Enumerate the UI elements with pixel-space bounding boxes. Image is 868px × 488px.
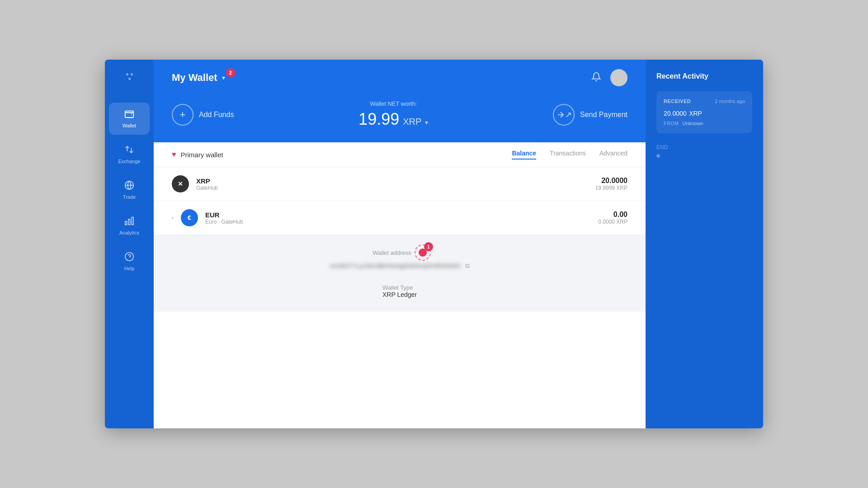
- eur-name: EUR: [205, 211, 598, 219]
- exchange-icon: [124, 145, 134, 156]
- activity-time: 2 months ago: [715, 99, 745, 104]
- header: My Wallet ▾ 2: [154, 60, 646, 96]
- page-title: My Wallet: [172, 72, 217, 84]
- wallet-info-section: Wallet address 1 rw1B4T7LyrNG4BKN44gD9hK…: [154, 235, 646, 312]
- sidebar-item-wallet[interactable]: Wallet: [109, 103, 150, 135]
- activity-end-dot: [656, 154, 660, 158]
- sidebar-item-help[interactable]: Help: [109, 245, 150, 277]
- activity-item[interactable]: RECEIVED 2 months ago 20.0000 XRP FROM U…: [656, 91, 752, 133]
- eur-row-indicator: [172, 217, 174, 219]
- tab-balance[interactable]: Balance: [512, 150, 536, 160]
- dot: [131, 73, 133, 75]
- net-worth-amount: 19.99: [359, 110, 399, 129]
- wallet-address-label: Wallet address: [373, 249, 411, 256]
- activity-currency: XRP: [689, 110, 702, 117]
- copy-icon[interactable]: ⧉: [465, 262, 470, 270]
- sidebar-dots: [126, 73, 133, 80]
- recent-activity-title: Recent Activity: [656, 72, 752, 80]
- wallet-address-value: rw1B4T7LyrNG4BKN44gD9hKHjDHR9S8dS: [330, 263, 461, 269]
- activity-from-label: FROM: [664, 121, 679, 126]
- wallet-type-label: Wallet Type: [382, 284, 417, 291]
- svg-rect-5: [125, 221, 127, 225]
- sidebar-analytics-label: Analytics: [119, 230, 139, 235]
- eur-balance-main: 0.00: [598, 211, 627, 219]
- send-payment-label: Send Payment: [580, 111, 627, 119]
- tab-transactions[interactable]: Transactions: [550, 150, 586, 160]
- eur-balance-xrp: 0.0000 XRP: [598, 219, 627, 225]
- send-payment-button[interactable]: ↗ Send Payment: [553, 104, 627, 126]
- header-left: My Wallet ▾ 2: [172, 72, 225, 84]
- add-funds-button[interactable]: + Add Funds: [172, 104, 234, 126]
- activity-header: RECEIVED 2 months ago: [664, 99, 745, 104]
- sidebar-item-trade[interactable]: Trade: [109, 174, 150, 206]
- activity-type: RECEIVED: [664, 99, 691, 104]
- net-worth-display: Wallet NET worth: 19.99 XRP ▾: [359, 100, 428, 129]
- wallet-badge: 2: [226, 68, 235, 77]
- sidebar-exchange-label: Exchange: [118, 159, 141, 164]
- xrp-currency-info: XRP GateHub: [196, 177, 595, 191]
- wallet-address-row: rw1B4T7LyrNG4BKN44gD9hKHjDHR9S8dS ⧉: [330, 262, 470, 270]
- activity-amount-value: 20.0000: [664, 110, 687, 117]
- header-right: [591, 69, 627, 86]
- analytics-icon: [124, 216, 134, 227]
- recording-indicator: 1: [419, 249, 427, 257]
- sidebar: Wallet Exchange Trade Analytics: [105, 60, 154, 428]
- svg-rect-3: [132, 217, 134, 225]
- main-content: My Wallet ▾ 2 + Add Funds Wallet NET wor…: [154, 60, 646, 428]
- activity-end-label: END: [656, 144, 752, 150]
- dot: [126, 73, 128, 75]
- activity-amount: 20.0000 XRP: [664, 108, 745, 118]
- xrp-balance-main: 20.0000: [595, 177, 627, 185]
- eur-issuer: Euro · GateHub: [205, 219, 598, 225]
- add-funds-circle-icon: +: [172, 104, 193, 126]
- help-icon: [124, 252, 134, 263]
- xrp-name: XRP: [196, 177, 595, 185]
- dropdown-arrow-icon[interactable]: ▾: [222, 74, 225, 81]
- wallet-type-section: Wallet Type XRP Ledger: [382, 281, 417, 298]
- wallet-panel-header: ♥ Primary wallet Balance Transactions Ad…: [154, 142, 646, 167]
- xrp-issuer: GateHub: [196, 185, 595, 191]
- table-row[interactable]: € EUR Euro · GateHub 0.00 0.0000 XRP: [154, 201, 646, 235]
- currency-dropdown-icon[interactable]: ▾: [425, 119, 428, 126]
- wallet-type-value: XRP Ledger: [382, 291, 417, 298]
- xrp-currency-icon: ✕: [172, 175, 189, 192]
- sidebar-item-analytics[interactable]: Analytics: [109, 210, 150, 242]
- eur-currency-info: EUR Euro · GateHub: [205, 211, 598, 225]
- tab-advanced[interactable]: Advanced: [599, 150, 627, 160]
- net-worth-currency: XRP: [403, 117, 421, 127]
- sidebar-top: [126, 69, 133, 98]
- svg-rect-0: [125, 111, 133, 118]
- right-panel: Recent Activity RECEIVED 2 months ago 20…: [646, 60, 763, 428]
- xrp-balance-xrp: 19.9999 XRP: [595, 185, 627, 191]
- wallet-name-label: Primary wallet: [181, 151, 223, 159]
- app-container: Wallet Exchange Trade Analytics: [105, 60, 763, 428]
- trade-icon: [124, 180, 134, 192]
- heart-icon: ♥: [172, 150, 176, 159]
- notification-bell-icon[interactable]: [591, 72, 601, 84]
- sidebar-trade-label: Trade: [123, 194, 136, 200]
- eur-balance: 0.00 0.0000 XRP: [598, 211, 627, 225]
- table-row[interactable]: ✕ XRP GateHub 20.0000 19.9999 XRP: [154, 167, 646, 201]
- sidebar-help-label: Help: [124, 266, 135, 271]
- balance-table: ✕ XRP GateHub 20.0000 19.9999 XRP € E: [154, 167, 646, 428]
- recording-number-1: 1: [424, 242, 433, 251]
- avatar[interactable]: [610, 69, 627, 86]
- eur-currency-icon: €: [181, 209, 198, 226]
- add-funds-label: Add Funds: [199, 111, 234, 119]
- wallet-icon: [124, 109, 134, 120]
- svg-rect-4: [128, 219, 130, 225]
- dot: [128, 78, 131, 80]
- sidebar-nav: Wallet Exchange Trade Analytics: [109, 98, 150, 419]
- activity-from-value: Unknown: [683, 121, 703, 126]
- net-worth-value: 19.99 XRP ▾: [359, 110, 428, 129]
- hero-section: + Add Funds Wallet NET worth: 19.99 XRP …: [154, 96, 646, 142]
- sidebar-wallet-label: Wallet: [123, 123, 136, 128]
- wallet-name: ♥ Primary wallet: [172, 150, 223, 159]
- wallet-panel: ♥ Primary wallet Balance Transactions Ad…: [154, 142, 646, 428]
- activity-end-section: END: [656, 139, 752, 158]
- sidebar-item-exchange[interactable]: Exchange: [109, 138, 150, 170]
- send-payment-circle-icon: ↗: [553, 104, 575, 126]
- activity-from: FROM Unknown: [664, 121, 745, 126]
- xrp-balance: 20.0000 19.9999 XRP: [595, 177, 627, 191]
- net-worth-label: Wallet NET worth:: [359, 100, 428, 107]
